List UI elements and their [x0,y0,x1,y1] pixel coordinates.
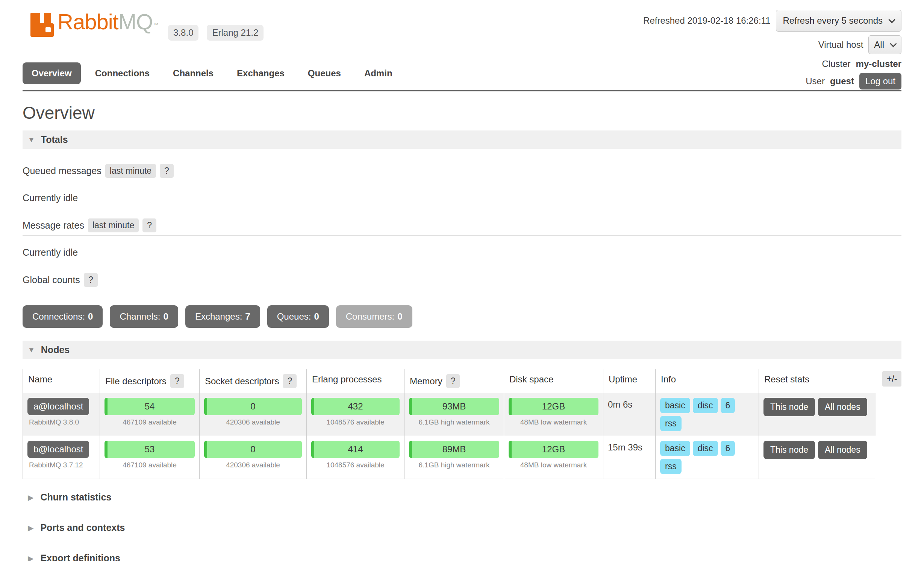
col-memory: Memory? [404,369,504,393]
collapse-triangle-icon: ▼ [28,136,35,144]
disk-cell: 12GB 48MB low watermark [504,393,603,436]
exchanges-count-button[interactable]: Exchanges:7 [185,305,260,328]
global-counts-heading: Global counts ? [23,273,901,290]
connections-count-button[interactable]: Connections:0 [23,305,103,328]
info-badge-basic: basic [660,441,690,456]
page-title: Overview [23,103,901,123]
nodes-table-wrap: Name File descriptors? Socket descriptor… [23,369,901,479]
user-name: guest [830,76,854,86]
memory-bar: 93MB [409,398,499,415]
rates-idle-text: Currently idle [23,247,901,258]
expand-triangle-icon: ▶ [28,523,33,532]
sd-help-icon[interactable]: ? [283,374,297,388]
erlang-version-badge: Erlang 21.2 [207,25,264,41]
reset-this-node-button[interactable]: This node [763,398,815,416]
disk-watermark: 48MB low watermark [509,418,598,426]
refresh-interval-select[interactable]: Refresh every 5 seconds [776,10,901,32]
rates-range-badge[interactable]: last minute [88,218,139,232]
memory-help-icon[interactable]: ? [446,374,460,388]
message-rates-heading: Message rates last minute ? [23,218,901,236]
tab-overview[interactable]: Overview [23,62,81,84]
channels-count-button[interactable]: Channels:0 [110,305,178,328]
info-cell: basic disc 6 rss [656,436,759,479]
info-badge-disc: disc [693,398,718,413]
disk-watermark: 48MB low watermark [509,461,598,469]
tab-queues[interactable]: Queues [299,62,350,84]
logo-text: RabbitMQ™ [58,10,158,37]
rabbitmq-logo[interactable]: RabbitMQ™ [28,10,158,37]
collapsed-sections: ▶ Churn statistics ▶ Ports and contexts … [23,492,901,561]
totals-section-label: Totals [41,134,68,145]
export-definitions-section[interactable]: ▶ Export definitions [28,553,901,561]
memory-cell: 93MB 6.1GB high watermark [404,393,504,436]
nodes-section-label: Nodes [41,344,70,355]
totals-section-header[interactable]: ▼ Totals [23,130,901,149]
reset-all-nodes-button[interactable]: All nodes [818,398,867,416]
proc-cell: 414 1048576 available [307,436,404,479]
virtual-host-select[interactable]: All [868,35,901,54]
expand-triangle-icon: ▶ [28,554,33,561]
rabbitmq-management-app: RabbitMQ™ 3.8.0 Erlang 21.2 Refreshed 20… [0,0,924,561]
ports-and-contexts-section[interactable]: ▶ Ports and contexts [28,522,901,533]
col-disk-space: Disk space [504,369,603,393]
tab-exchanges[interactable]: Exchanges [228,62,294,84]
fd-bar: 54 [105,398,195,415]
proc-bar: 414 [311,441,400,458]
col-uptime: Uptime [603,369,656,393]
reset-all-nodes-button[interactable]: All nodes [818,441,867,459]
memory-watermark: 6.1GB high watermark [409,418,499,426]
info-cell: basic disc 6 rss [656,393,759,436]
col-info: Info [656,369,759,393]
memory-watermark: 6.1GB high watermark [409,461,499,469]
sd-available: 420306 available [204,461,302,469]
col-socket-descriptors: Socket descriptors? [200,369,307,393]
churn-statistics-section[interactable]: ▶ Churn statistics [28,492,901,503]
refreshed-timestamp: Refreshed 2019-02-18 16:26:11 [643,15,770,26]
sd-available: 420306 available [204,418,302,426]
info-badge-rss: rss [660,416,682,431]
info-badge-plugins: 6 [721,398,735,413]
reset-this-node-button[interactable]: This node [763,441,815,459]
queued-range-badge[interactable]: last minute [105,164,156,178]
tab-divider [23,90,901,91]
expand-triangle-icon: ▶ [28,493,33,502]
consumers-count-button[interactable]: Consumers:0 [336,305,412,328]
user-label: User [806,76,825,86]
memory-cell: 89MB 6.1GB high watermark [404,436,504,479]
rates-help-icon[interactable]: ? [142,218,156,232]
tab-connections[interactable]: Connections [86,62,159,84]
fd-available: 467109 available [105,418,195,426]
column-toggle-button[interactable]: +/- [882,371,901,387]
logout-button[interactable]: Log out [859,73,901,89]
info-badge-rss: rss [660,459,682,474]
cluster-name: my-cluster [856,59,901,69]
cluster-label: Cluster [822,59,851,69]
header-meta: Refreshed 2019-02-18 16:26:11 Refresh ev… [643,10,901,89]
chevron-down-icon [890,40,897,47]
node-name-badge[interactable]: b@localhost [27,441,89,458]
fd-help-icon[interactable]: ? [170,374,184,388]
fd-bar: 53 [105,441,195,458]
sd-bar: 0 [204,398,302,415]
queued-help-icon[interactable]: ? [160,164,174,178]
proc-available: 1048576 available [311,461,400,469]
global-counts-help-icon[interactable]: ? [84,273,98,287]
reset-stats-cell: This nodeAll nodes [759,436,876,479]
col-reset-stats: Reset stats [759,369,876,393]
tab-channels[interactable]: Channels [164,62,223,84]
tab-admin[interactable]: Admin [355,62,401,84]
node-version: RabbitMQ 3.7.12 [29,461,95,469]
node-version: RabbitMQ 3.8.0 [29,418,95,426]
nodes-section-header[interactable]: ▼ Nodes [23,341,901,359]
collapse-triangle-icon: ▼ [28,346,35,354]
queues-count-button[interactable]: Queues:0 [267,305,329,328]
memory-bar: 89MB [409,441,499,458]
info-badge-basic: basic [660,398,690,413]
queued-messages-heading: Queued messages last minute ? [23,164,901,181]
disk-bar: 12GB [509,398,598,415]
node-name-badge[interactable]: a@localhost [27,398,89,415]
sd-cell: 0 420306 available [200,436,307,479]
uptime-cell: 15m 39s [603,436,656,479]
rabbitmq-version-badge: 3.8.0 [168,25,198,41]
header: RabbitMQ™ 3.8.0 Erlang 21.2 Refreshed 20… [23,0,901,60]
